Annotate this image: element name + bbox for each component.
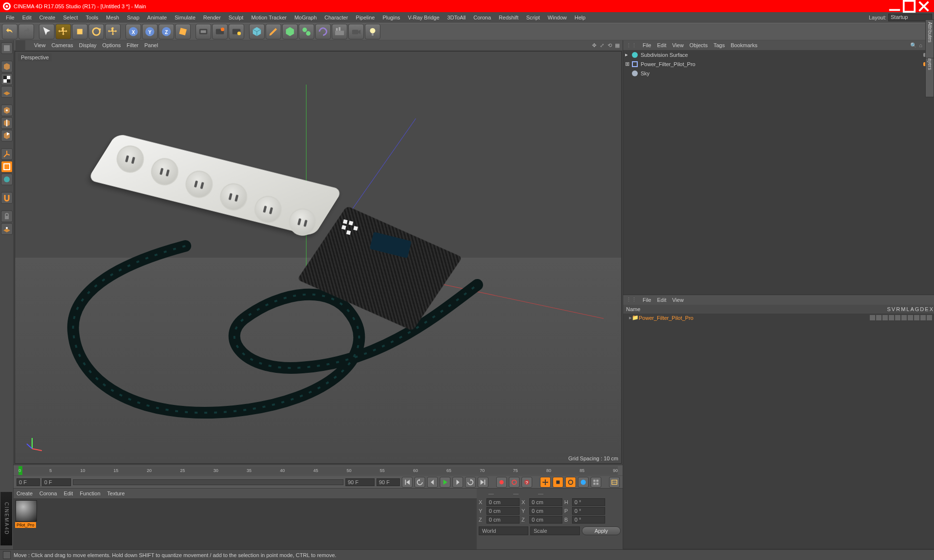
- menu-character[interactable]: Character: [321, 12, 352, 23]
- mat-menu-texture[interactable]: Texture: [107, 490, 125, 496]
- vp-menu-panel[interactable]: Panel: [144, 42, 158, 48]
- rotate-tool[interactable]: [89, 24, 104, 39]
- expand-icon[interactable]: ▸: [625, 52, 631, 58]
- expand-icon[interactable]: ⊞: [625, 61, 631, 67]
- vp-move-icon[interactable]: ✥: [591, 42, 597, 49]
- z-axis-lock[interactable]: Z: [159, 24, 174, 39]
- locked-workplane-icon[interactable]: [1, 210, 13, 222]
- vp-menu-display[interactable]: Display: [79, 42, 96, 48]
- goto-start-button[interactable]: [402, 477, 413, 488]
- menu-mesh[interactable]: Mesh: [102, 12, 123, 23]
- menu-render[interactable]: Render: [199, 12, 225, 23]
- rot-key-button[interactable]: [565, 477, 576, 488]
- render-pv[interactable]: [212, 24, 228, 39]
- menu-motiontracker[interactable]: Motion Tracker: [247, 12, 290, 23]
- frame-end-field[interactable]: 90 F: [377, 478, 400, 486]
- om-menu-bookmarks[interactable]: Bookmarks: [731, 42, 757, 48]
- vp-menu-options[interactable]: Options: [102, 42, 121, 48]
- timeline-ruler[interactable]: 051015202530354045505560657075808590: [14, 465, 623, 475]
- param-key-button[interactable]: P: [578, 477, 589, 488]
- menu-plugins[interactable]: Plugins: [378, 12, 404, 23]
- vp-toggle-icon[interactable]: ▦: [614, 42, 621, 49]
- menu-help[interactable]: Help: [571, 12, 590, 23]
- x-axis-lock[interactable]: X: [126, 24, 141, 39]
- vp-zoom-icon[interactable]: ⤢: [598, 42, 605, 49]
- model-mode-icon[interactable]: [1, 61, 13, 72]
- menu-file[interactable]: File: [2, 12, 18, 23]
- timeline-popup-button[interactable]: [609, 477, 620, 488]
- render-settings[interactable]: [229, 24, 244, 39]
- point-mode-icon[interactable]: [1, 105, 13, 116]
- undo-button[interactable]: [2, 24, 18, 39]
- range-slider[interactable]: [73, 479, 343, 485]
- menu-corona[interactable]: Corona: [469, 12, 495, 23]
- make-editable-icon[interactable]: [1, 42, 13, 54]
- close-button[interactable]: [916, 1, 931, 11]
- mat-menu-corona[interactable]: Corona: [39, 490, 57, 496]
- coord-y-pos[interactable]: 0 cm: [486, 507, 520, 515]
- pla-key-button[interactable]: [591, 477, 601, 488]
- tm-menu-view[interactable]: View: [672, 297, 684, 303]
- add-deformer[interactable]: [315, 24, 331, 39]
- obj-sky[interactable]: Sky: [623, 69, 934, 78]
- frame-start-field[interactable]: 0 F: [17, 478, 40, 486]
- coord-system[interactable]: [175, 24, 191, 39]
- vp-menu-filter[interactable]: Filter: [126, 42, 138, 48]
- om-home-icon[interactable]: ⌂: [917, 42, 924, 49]
- apply-button[interactable]: Apply: [582, 526, 621, 535]
- redo-button[interactable]: [18, 24, 34, 39]
- goto-end-button[interactable]: [478, 477, 488, 488]
- coord-y-size[interactable]: 0 cm: [529, 507, 562, 515]
- menu-simulate[interactable]: Simulate: [171, 12, 199, 23]
- range-start-field[interactable]: 0 F: [42, 478, 71, 486]
- coord-z-pos[interactable]: 0 cm: [486, 516, 520, 524]
- autokey-button[interactable]: [509, 477, 520, 488]
- vp-rotate-icon[interactable]: ⟲: [606, 42, 613, 49]
- play-button[interactable]: [440, 477, 450, 488]
- om-menu-tags[interactable]: Tags: [714, 42, 725, 48]
- add-camera[interactable]: [348, 24, 364, 39]
- mat-menu-edit[interactable]: Edit: [64, 490, 73, 496]
- add-cube[interactable]: [249, 24, 265, 39]
- take-tree[interactable]: Name S V R M L A G D E X ▸ 📁 Power_Filte…: [623, 305, 934, 549]
- coord-y-rot[interactable]: 0 °: [572, 507, 605, 515]
- menu-script[interactable]: Script: [522, 12, 544, 23]
- menu-redshift[interactable]: Redshift: [495, 12, 522, 23]
- sidetab-attributes[interactable]: Attributes: [925, 19, 934, 58]
- menu-3dtoall[interactable]: 3DToAll: [443, 12, 469, 23]
- axis-icon[interactable]: [1, 148, 13, 160]
- vp-menu-view[interactable]: View: [34, 42, 46, 48]
- coord-scale-select[interactable]: Scale: [530, 526, 580, 535]
- menu-window[interactable]: Window: [544, 12, 571, 23]
- goto-prevkey-button[interactable]: [414, 477, 425, 488]
- scale-key-button[interactable]: [553, 477, 563, 488]
- coord-z-size[interactable]: 0 cm: [529, 516, 562, 524]
- workplane-mode-icon[interactable]: [1, 86, 13, 98]
- menu-vray[interactable]: V-Ray Bridge: [404, 12, 444, 23]
- scale-tool[interactable]: [72, 24, 88, 39]
- render-view[interactable]: [196, 24, 211, 39]
- next-frame-button[interactable]: [452, 477, 463, 488]
- texture-mode-icon[interactable]: [1, 73, 13, 85]
- y-axis-lock[interactable]: Y: [142, 24, 158, 39]
- viewport-pad-icon[interactable]: [16, 40, 25, 50]
- om-search-icon[interactable]: 🔍: [910, 42, 916, 49]
- take-row[interactable]: ▸ 📁 Power_Filter_Pilot_Pro: [623, 314, 934, 322]
- edge-mode-icon[interactable]: [1, 117, 13, 129]
- object-tree[interactable]: ▸ Subdivision Surface ✓ ⊞ Power_Filter_P…: [623, 50, 934, 295]
- live-selection-tool[interactable]: [39, 24, 54, 39]
- coord-x-size[interactable]: 0 cm: [529, 498, 562, 506]
- vp-menu-cameras[interactable]: Cameras: [52, 42, 73, 48]
- menu-sculpt[interactable]: Sculpt: [225, 12, 248, 23]
- obj-power-filter[interactable]: ⊞ Power_Filter_Pilot_Pro ✓: [623, 59, 934, 69]
- last-tool[interactable]: [105, 24, 121, 39]
- om-menu-objects[interactable]: Objects: [689, 42, 707, 48]
- coord-x-rot[interactable]: 0 °: [572, 498, 605, 506]
- goto-nextkey-button[interactable]: [465, 477, 476, 488]
- tm-handle-icon[interactable]: ⋮⋮: [626, 297, 637, 303]
- add-pen[interactable]: [266, 24, 281, 39]
- menu-edit[interactable]: Edit: [18, 12, 36, 23]
- menu-select[interactable]: Select: [59, 12, 82, 23]
- maximize-button[interactable]: [902, 1, 916, 11]
- coord-x-pos[interactable]: 0 cm: [486, 498, 520, 506]
